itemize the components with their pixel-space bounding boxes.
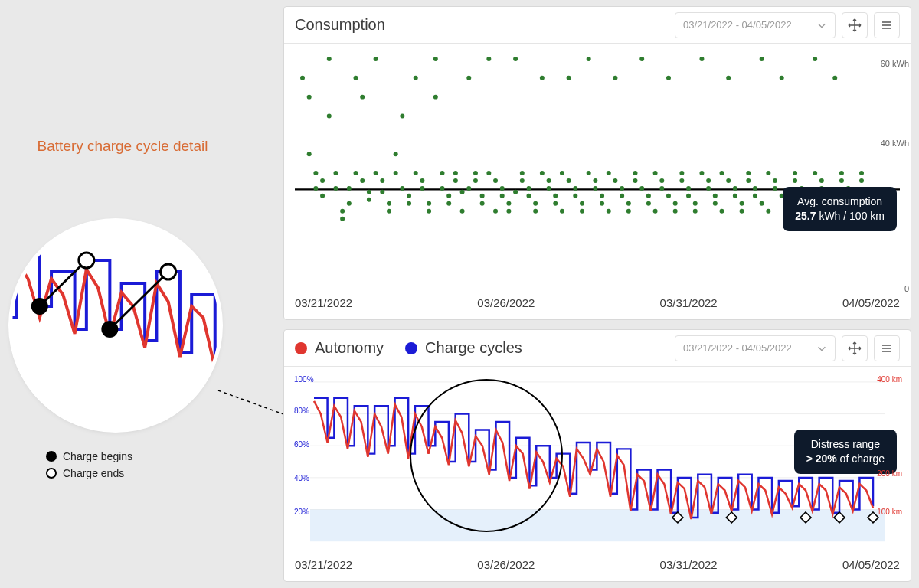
svg-point-78 [533,201,538,206]
svg-point-90 [573,186,577,191]
svg-point-63 [480,201,485,206]
move-icon [848,18,862,32]
autonomy-tools: 03/21/2022 - 04/05/2022 [675,335,900,361]
svg-point-55 [453,178,458,183]
svg-point-76 [526,186,531,191]
bot-yl-top: 100% [294,375,314,384]
xtick: 03/31/2022 [660,296,718,315]
svg-point-6 [161,264,176,279]
svg-point-15 [320,194,325,198]
xtick: 04/05/2022 [842,296,900,315]
svg-point-142 [746,171,751,175]
consumption-y-ticks: 60 kWh 40 kWh 0 [871,51,909,293]
pan-button[interactable] [842,12,868,38]
svg-point-148 [766,209,770,214]
svg-point-61 [473,178,478,183]
svg-point-138 [733,186,737,191]
autonomy-legend: Autonomy Charge cycles [295,339,522,357]
svg-point-162 [813,171,817,175]
hamburger-icon [880,18,894,32]
svg-point-5 [102,322,117,337]
legend-autonomy: Autonomy [315,339,384,357]
svg-point-116 [659,178,664,183]
svg-point-104 [620,186,624,191]
chevron-down-icon [816,20,827,31]
svg-point-10 [307,95,312,100]
bot-yr-100: 100 km [877,508,902,516]
autonomy-x-axis: 03/21/2022 03/26/2022 03/31/2022 04/05/2… [295,558,900,577]
svg-point-3 [79,253,94,268]
menu-button[interactable] [874,12,900,38]
xtick: 03/26/2022 [477,558,535,577]
svg-point-58 [466,76,471,80]
svg-point-119 [666,76,671,80]
svg-point-140 [740,201,744,206]
svg-point-135 [720,171,724,175]
svg-point-131 [706,186,711,191]
svg-point-82 [547,178,551,183]
svg-point-64 [486,57,491,61]
svg-point-132 [713,194,718,198]
svg-point-35 [387,209,391,214]
legend-charge-cycles: Charge cycles [425,339,522,357]
svg-point-65 [486,171,491,175]
svg-point-27 [360,178,365,183]
svg-point-16 [327,57,332,61]
svg-point-150 [773,178,777,183]
svg-point-117 [659,186,664,191]
bot-yr-top: 400 km [877,375,902,384]
svg-point-122 [679,171,684,175]
consumption-x-axis: 03/21/2022 03/26/2022 03/31/2022 04/05/2… [295,296,900,315]
svg-point-98 [600,194,604,198]
svg-point-111 [639,57,644,61]
distress-badge: Distress range > 20% of charge [794,430,897,474]
svg-point-20 [340,209,345,214]
detail-zoom-circle [12,222,219,429]
svg-point-93 [580,209,584,214]
svg-point-136 [726,178,731,183]
svg-point-66 [493,178,498,183]
svg-point-71 [506,209,511,214]
svg-point-108 [633,171,638,175]
detail-legend: Charge begins Charge ends [46,448,132,482]
hamburger-icon [880,341,894,355]
svg-point-62 [480,194,485,198]
svg-point-83 [547,186,551,191]
svg-point-29 [367,198,371,202]
svg-point-49 [433,95,438,100]
menu-button[interactable] [874,335,900,361]
svg-point-37 [394,171,398,175]
svg-point-114 [653,209,658,214]
svg-point-17 [327,113,332,118]
svg-point-141 [740,209,744,214]
consumption-date-range-select[interactable]: 03/21/2022 - 04/05/2022 [675,12,836,38]
svg-point-92 [580,201,584,206]
svg-point-123 [679,178,684,183]
svg-point-46 [427,201,431,206]
svg-point-70 [506,201,511,206]
svg-point-170 [839,171,844,175]
autonomy-date-range-select[interactable]: 03/21/2022 - 04/05/2022 [675,335,836,361]
svg-point-133 [713,201,718,206]
svg-point-164 [819,178,824,183]
distress-line1: Distress range [806,437,885,452]
marker-open-icon [46,468,57,479]
svg-point-105 [620,194,624,198]
svg-point-130 [706,178,711,183]
svg-point-9 [300,76,305,80]
svg-point-146 [760,201,764,206]
svg-point-151 [773,186,777,191]
svg-point-124 [686,186,691,191]
avg-consumption-badge: Avg. consumption 25.7 kWh / 100 km [783,187,897,231]
svg-point-23 [347,186,352,191]
svg-point-118 [666,194,671,198]
svg-point-50 [440,171,445,175]
svg-point-145 [753,194,757,198]
svg-point-139 [733,194,737,198]
consumption-plot-area[interactable] [295,51,900,295]
svg-point-85 [553,201,558,206]
svg-point-102 [613,178,617,183]
pan-button[interactable] [842,335,868,361]
marker-filled-icon [46,451,57,462]
svg-point-42 [414,76,418,80]
